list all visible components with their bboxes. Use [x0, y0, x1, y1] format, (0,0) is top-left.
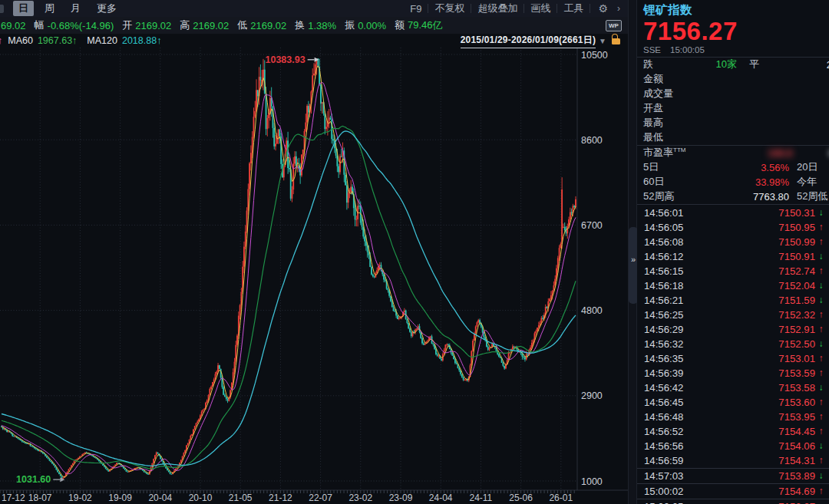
exchange-label: SSE — [643, 45, 661, 54]
tab-period-周[interactable]: 周 — [39, 1, 60, 16]
arrow-up-icon: ↑ — [815, 309, 827, 320]
panel-collapse-strip: » — [628, 0, 637, 504]
exchange-time-row: SSE 15:00:05 — [643, 45, 829, 54]
date-range-selector[interactable]: 2015/01/29-2026/01/09(2661日) ▼ — [461, 34, 625, 48]
tick-row: 14:57:037153.89↓ — [637, 468, 829, 483]
x-axis-label: 17-12 — [2, 492, 25, 503]
quote-item-2: 开2169.02 — [122, 18, 171, 32]
stats-row-市盈率: 市盈率TTM188.88 — [637, 146, 829, 160]
ma120-line — [2, 131, 576, 466]
high-annotation: 10383.93 — [266, 54, 319, 65]
tab-period-日[interactable]: 日 — [13, 1, 34, 16]
quote-item-3: 高2169.02 — [180, 18, 229, 32]
quote-item-7: 额79.46亿 — [395, 18, 443, 32]
last-price: 7156.27 — [643, 18, 829, 44]
ma60-value: 1967.63↑ — [38, 35, 77, 46]
stats-row-52周高: 52周高7763.8052周低 — [637, 189, 829, 205]
period-toolbar: 日周月更多 F9不复权超级叠加画线工具⚙› — [0, 0, 628, 18]
x-axis-label: 24-11 — [469, 492, 492, 503]
arrow-up-icon: ↑ — [815, 397, 827, 407]
ma-legend-bar: ↑ MA60 1967.63↑ MA120 2018.88↑ 2015/01/2… — [0, 34, 628, 48]
x-axis-label: 26-01 — [549, 492, 573, 503]
tick-row: 14:56:157152.74↑ — [637, 264, 829, 278]
chevron-down-icon[interactable]: ▼ — [599, 37, 606, 45]
toolbar-button-2[interactable]: 超级叠加 — [477, 2, 517, 15]
arrow-down-icon: ↓ — [815, 207, 827, 218]
x-axis-label: 23-02 — [348, 492, 372, 503]
low-annotation: 1031.60 — [16, 474, 64, 485]
arrow-up-icon: ↑ — [815, 353, 827, 364]
ma120-label: MA120 — [87, 35, 117, 46]
x-axis-label: 24-04 — [429, 492, 453, 503]
tick-row: 14:56:297152.91↑ — [637, 322, 829, 337]
arrow-up-icon: ↑ — [815, 324, 827, 334]
x-axis-label: 25-06 — [509, 492, 533, 503]
arrow-down-icon: ↓ — [815, 251, 827, 262]
arrow-up-icon: ↑ — [815, 501, 827, 504]
toolbar-button-4[interactable]: 工具 — [563, 2, 583, 15]
stats-row-60日: 60日33.98%今年 — [637, 175, 829, 189]
tab-period-更多[interactable]: 更多 — [91, 1, 122, 16]
chart-area: ↑ MA60 1967.63↑ MA120 2018.88↑ 2015/01/2… — [0, 34, 628, 504]
chart-tools: F9不复权超级叠加画线工具⚙› — [410, 2, 628, 15]
arrow-down-icon: ↓ — [815, 382, 827, 393]
stats-row-最高: 最高 — [637, 116, 829, 130]
arrow-up-icon: ↑ — [815, 411, 827, 422]
blurred-value: 188.8 — [768, 147, 793, 159]
toolbar-button-1[interactable]: 不复权 — [434, 2, 464, 15]
tick-row: 14:56:217151.59↓ — [637, 293, 829, 308]
tick-row: 14:56:187152.04↓ — [637, 278, 829, 293]
toolbar-button-0[interactable]: F9 — [410, 3, 421, 15]
toolbar-divider — [471, 4, 471, 13]
arrow-down-icon: ↓ — [815, 338, 827, 349]
tick-row: 14:56:397153.59↑ — [637, 366, 829, 380]
tick-row: 14:56:127150.91↓ — [637, 249, 829, 264]
y-axis-label: 10500 — [581, 50, 608, 61]
toolbar-button-3[interactable]: 画线 — [530, 2, 550, 15]
tick-row: 14:56:017150.31↓ — [637, 206, 829, 220]
toolbar-divider — [590, 4, 590, 13]
x-axis-label: 23-09 — [389, 492, 413, 503]
chevron-right-icon[interactable]: › — [617, 3, 620, 14]
arrow-up-icon: ↑ — [815, 426, 827, 436]
arrow-up-icon: ↑ — [815, 455, 827, 466]
tick-row: 14:56:597154.31↑ — [637, 453, 829, 468]
tick-row: 14:56:257152.32↑ — [637, 308, 829, 322]
x-axis-label: 21-12 — [269, 492, 292, 503]
y-axis-label: 4800 — [581, 305, 603, 316]
tick-row: 14:56:087150.99↑ — [637, 235, 829, 249]
quote-item-4: 低2169.02 — [237, 18, 286, 32]
wp-monitor-icon[interactable]: WP — [606, 20, 622, 31]
svg-text:1031.60: 1031.60 — [16, 474, 51, 485]
candlestick-chart-canvas[interactable]: 10383.931031.601050086006700480029001000… — [0, 34, 628, 504]
stats-row-最低: 最低 — [637, 130, 829, 146]
arrow-up-icon: ↑ — [815, 367, 827, 378]
date-range-text[interactable]: 2015/01/29-2026/01/09(2661日) — [461, 34, 596, 48]
arrow-down-icon: ↓ — [815, 295, 827, 305]
arrow-up-icon: ↑ — [815, 236, 827, 247]
x-axis-label: 20-04 — [148, 492, 172, 503]
arrow-up-icon: ↑ — [815, 486, 827, 496]
tick-row: 14:56:487153.95↑ — [637, 410, 829, 424]
lock-icon[interactable] — [612, 38, 620, 44]
ma60-label: MA60 — [8, 35, 33, 46]
tick-row: 14:56:357153.01↑ — [637, 351, 829, 366]
quote-panel: 锂矿指数 7156.27 SSE 15:00:05 跌10家平2金额成交量开盘最… — [637, 0, 829, 504]
tick-row: 14:56:327152.50↓ — [637, 337, 829, 351]
tab-period-月[interactable]: 月 — [65, 1, 86, 16]
ma-fragment-arrow: ↑ — [0, 35, 2, 46]
period-tabs: 日周月更多 — [13, 1, 122, 16]
x-axis-label: 21-05 — [229, 492, 253, 503]
gear-icon[interactable]: ⚙ — [598, 2, 608, 15]
quote-values: 69.02幅-0.68%(-14.96)开2169.02高2169.02低216… — [1, 18, 451, 32]
x-axis-label: 18-07 — [28, 492, 52, 503]
y-axis-label: 6700 — [581, 220, 603, 231]
stats-row-跌: 跌10家平2 — [637, 58, 829, 72]
clipped-tab-fragment — [0, 5, 4, 13]
arrow-up-icon: ↑ — [815, 265, 827, 276]
stats-table: 跌10家平2金额成交量开盘最高最低市盈率TTM188.885日3.56%20日6… — [637, 58, 829, 205]
tick-row: 14:56:427153.58↓ — [637, 380, 829, 395]
stats-row-金额: 金额 — [637, 72, 829, 87]
stats-row-开盘: 开盘 — [637, 101, 829, 116]
arrow-down-icon: ↓ — [815, 440, 827, 451]
